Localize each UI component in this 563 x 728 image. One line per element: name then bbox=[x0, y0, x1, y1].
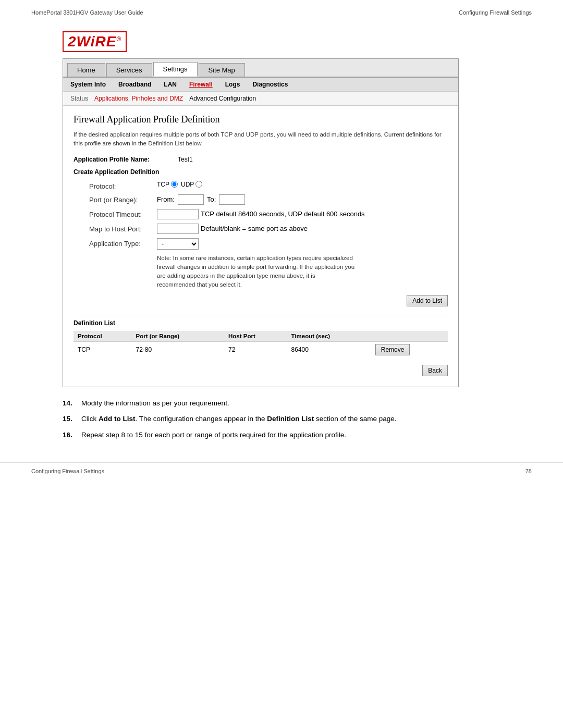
create-app-def-title: Create Application Definition bbox=[74, 168, 448, 176]
cell-timeout: 86400 bbox=[287, 341, 371, 357]
doc-footer-left: Configuring Firewall Settings bbox=[31, 468, 104, 474]
tab-services[interactable]: Services bbox=[106, 63, 152, 77]
cell-protocol: TCP bbox=[74, 341, 132, 357]
step-16: 16. Repeat step 8 to 15 for each port or… bbox=[63, 429, 500, 441]
step-14-num: 14. bbox=[63, 398, 78, 410]
note-text: Note: In some rare instances, certain ap… bbox=[157, 254, 355, 290]
add-to-list-button[interactable]: Add to List bbox=[407, 295, 448, 306]
app-profile-name-label: Application Profile Name: bbox=[74, 156, 178, 163]
app-profile-name-value: Test1 bbox=[178, 156, 193, 163]
nav-tabs: Home Services Settings Site Map bbox=[63, 59, 458, 78]
note-spacer bbox=[74, 254, 157, 255]
subnav-firewall[interactable]: Firewall bbox=[187, 80, 215, 89]
status-link-applications[interactable]: Applications, Pinholes and DMZ bbox=[94, 95, 183, 102]
port-row-inner: From: To: bbox=[157, 194, 245, 205]
protocol-control: TCP UDP bbox=[157, 181, 448, 188]
subnav-lan[interactable]: LAN bbox=[162, 80, 179, 89]
col-protocol: Protocol bbox=[74, 331, 132, 342]
remove-button[interactable]: Remove bbox=[375, 344, 410, 355]
port-to-label: To: bbox=[207, 195, 216, 203]
app-type-select[interactable]: - bbox=[157, 238, 199, 250]
protocol-udp-label: UDP bbox=[181, 181, 194, 188]
definition-table: Protocol Port (or Range) Host Port Timeo… bbox=[74, 331, 448, 357]
note-row: Note: In some rare instances, certain ap… bbox=[74, 254, 448, 290]
port-from-label: From: bbox=[157, 195, 175, 203]
protocol-tcp-item: TCP bbox=[157, 181, 178, 188]
port-label: Port (or Range): bbox=[74, 194, 157, 204]
map-host-port-control: Default/blank = same port as above bbox=[157, 224, 448, 234]
step-16-num: 16. bbox=[63, 429, 78, 441]
status-label: Status bbox=[70, 95, 88, 102]
protocol-row: Protocol: TCP UDP bbox=[74, 181, 448, 190]
logo-reg: ® bbox=[116, 35, 121, 43]
col-host-port: Host Port bbox=[224, 331, 287, 342]
step-15: 15. Click Add to List. The configuration… bbox=[63, 413, 500, 425]
app-type-row: Application Type: - bbox=[74, 238, 448, 250]
step-15-text: Click Add to List. The configuration cha… bbox=[81, 413, 397, 425]
protocol-udp-radio[interactable] bbox=[195, 181, 202, 188]
port-from-input[interactable] bbox=[178, 194, 204, 205]
col-action bbox=[371, 331, 448, 342]
map-host-port-label: Map to Host Port: bbox=[74, 224, 157, 233]
logo-text: 2WiRE bbox=[68, 33, 116, 50]
protocol-udp-item: UDP bbox=[181, 181, 202, 188]
logo-2wire: 2WiRE® bbox=[63, 31, 127, 52]
app-type-control: - bbox=[157, 238, 448, 250]
doc-footer-right: 78 bbox=[525, 468, 532, 474]
col-timeout: Timeout (sec) bbox=[287, 331, 371, 342]
back-area: Back bbox=[74, 365, 448, 376]
col-port-range: Port (or Range) bbox=[132, 331, 224, 342]
page-title: Firewall Application Profile Definition bbox=[74, 114, 448, 125]
tab-settings[interactable]: Settings bbox=[153, 62, 198, 77]
timeout-control: TCP default 86400 seconds, UDP default 6… bbox=[157, 209, 448, 219]
protocol-tcp-label: TCP bbox=[157, 181, 169, 188]
content-area: Firewall Application Profile Definition … bbox=[63, 106, 458, 387]
status-link-advanced[interactable]: Advanced Configuration bbox=[189, 95, 256, 102]
subnav-broadband[interactable]: Broadband bbox=[116, 80, 153, 89]
definition-list-title: Definition List bbox=[74, 319, 448, 327]
protocol-tcp-radio[interactable] bbox=[171, 181, 178, 188]
logo-area: 2WiRE® bbox=[0, 21, 563, 58]
map-host-port-hint: Default/blank = same port as above bbox=[201, 225, 308, 232]
tab-sitemap[interactable]: Site Map bbox=[199, 63, 245, 77]
doc-header-left: HomePortal 3801HGV Gateway User Guide bbox=[31, 9, 143, 16]
table-row: TCP 72-80 72 86400 Remove bbox=[74, 341, 448, 357]
cell-host-port: 72 bbox=[224, 341, 287, 357]
protocol-label: Protocol: bbox=[74, 181, 157, 190]
doc-footer: Configuring Firewall Settings 78 bbox=[0, 462, 563, 479]
step-14-text: Modify the information as per your requi… bbox=[81, 398, 229, 410]
timeout-input[interactable] bbox=[157, 209, 199, 219]
separator bbox=[74, 315, 448, 315]
step-16-text: Repeat step 8 to 15 for each port or ran… bbox=[81, 429, 346, 441]
tab-home[interactable]: Home bbox=[67, 63, 105, 77]
port-to-input[interactable] bbox=[219, 194, 245, 205]
doc-header: HomePortal 3801HGV Gateway User Guide Co… bbox=[0, 0, 563, 21]
map-host-port-input[interactable] bbox=[157, 224, 199, 234]
add-to-list-area: Add to List bbox=[74, 295, 448, 306]
port-row: Port (or Range): From: To: bbox=[74, 194, 448, 205]
back-button[interactable]: Back bbox=[422, 365, 448, 376]
map-host-port-row: Map to Host Port: Default/blank = same p… bbox=[74, 224, 448, 234]
step-14: 14. Modify the information as per your r… bbox=[63, 398, 500, 410]
port-control: From: To: bbox=[157, 194, 448, 205]
timeout-hint: TCP default 86400 seconds, UDP default 6… bbox=[201, 210, 365, 218]
status-bar: Status Applications, Pinholes and DMZ Ad… bbox=[63, 92, 458, 106]
definition-table-body: TCP 72-80 72 86400 Remove bbox=[74, 341, 448, 357]
protocol-radio-group: TCP UDP bbox=[157, 181, 202, 188]
app-profile-name-row: Application Profile Name: Test1 bbox=[74, 156, 448, 163]
description: If the desired application requires mult… bbox=[74, 130, 448, 149]
step-15-num: 15. bbox=[63, 413, 78, 425]
subnav-diagnostics[interactable]: Diagnostics bbox=[250, 80, 290, 89]
timeout-row: Protocol Timeout: TCP default 86400 seco… bbox=[74, 209, 448, 219]
sub-nav: System Info Broadband LAN Firewall Logs … bbox=[63, 78, 458, 92]
ui-container: Home Services Settings Site Map System I… bbox=[63, 58, 459, 387]
cell-port-range: 72-80 bbox=[132, 341, 224, 357]
subnav-system-info[interactable]: System Info bbox=[68, 80, 108, 89]
note-control: Note: In some rare instances, certain ap… bbox=[157, 254, 448, 290]
instructions-area: 14. Modify the information as per your r… bbox=[63, 398, 500, 442]
subnav-logs[interactable]: Logs bbox=[223, 80, 242, 89]
app-type-label: Application Type: bbox=[74, 238, 157, 248]
doc-header-right: Configuring Firewall Settings bbox=[459, 9, 532, 16]
cell-remove: Remove bbox=[371, 341, 448, 357]
def-table-header-row: Protocol Port (or Range) Host Port Timeo… bbox=[74, 331, 448, 342]
